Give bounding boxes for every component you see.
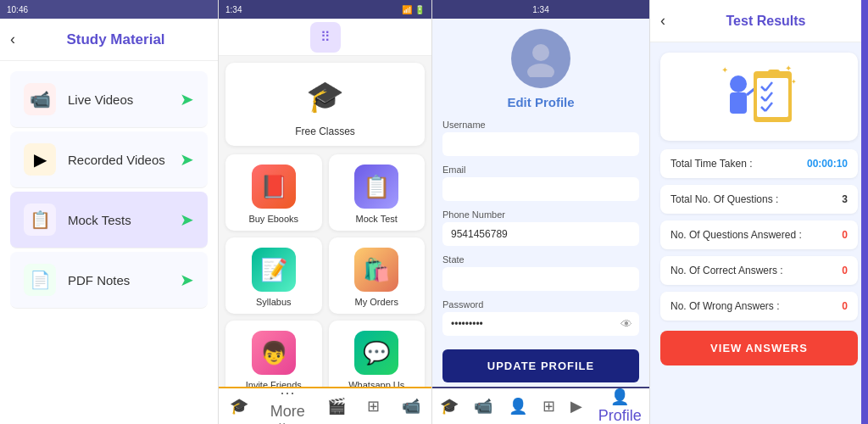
p3-bottom-profile[interactable]: 👤	[509, 397, 527, 416]
view-answers-button[interactable]: VIEW ANSWERS	[660, 331, 858, 365]
back-button-4[interactable]: ‹	[660, 12, 665, 30]
state-label: State	[442, 254, 639, 265]
state-input[interactable]	[442, 267, 639, 291]
menu-item-pdf-notes[interactable]: 📄 PDF Notes ➤	[10, 252, 208, 309]
menu-item-live-videos[interactable]: 📹 Live Videos ➤	[10, 71, 208, 128]
side-indicator	[861, 0, 868, 424]
free-classes-illustration: 🎓	[296, 71, 355, 122]
bottom-grid[interactable]: ⊞	[367, 397, 380, 416]
svg-text:✦: ✦	[791, 78, 797, 86]
result-time-row: Total Time Taken : 00:00:10	[660, 149, 858, 178]
password-input[interactable]	[442, 312, 639, 336]
p3-bottom-profile2[interactable]: 👤Profile	[598, 388, 642, 425]
update-profile-button[interactable]: UPDATE PROFILE	[442, 349, 639, 382]
edit-profile-panel: 1:34 Edit Profile Username Email Phone N…	[432, 0, 650, 424]
email-field: Email	[442, 165, 639, 201]
recorded-videos-icon: ▶	[24, 143, 56, 176]
edit-profile-title: Edit Profile	[442, 95, 639, 109]
panel2-bottombar: 🎓 ⋯MoreMore 🎬 ⊞ 📹	[219, 387, 431, 424]
syllabus-label: Syllabus	[232, 297, 315, 307]
app-grid: 📕 Buy Ebooks 📋 Mock Test 📝 Syllabus 🛍️ M…	[225, 154, 425, 387]
whatsapp-icon: 💬	[354, 331, 398, 375]
status-bar-3: 1:34	[432, 0, 649, 19]
time-3: 1:34	[532, 5, 548, 14]
buy-ebooks-cell[interactable]: 📕 Buy Ebooks	[225, 154, 322, 231]
mock-test-cell[interactable]: 📋 Mock Test	[329, 154, 426, 231]
svg-point-2	[730, 75, 747, 92]
phone-field: Phone Number	[442, 209, 639, 246]
svg-text:✦: ✦	[785, 64, 792, 73]
p3-bottom-home[interactable]: 🎓	[440, 397, 459, 416]
results-illustration: ✦ ✦ ✦	[721, 63, 798, 131]
correct-value: 0	[842, 265, 848, 276]
free-classes-banner[interactable]: 🎓 Free Classes	[225, 63, 425, 146]
time-value: 00:00:10	[807, 158, 848, 170]
invite-friends-icon: 👦	[252, 331, 296, 375]
free-classes-label: Free Classes	[234, 126, 416, 137]
result-total-q-row: Total No. Of Questions : 3	[660, 185, 858, 214]
bottom-play[interactable]: 📹	[402, 397, 420, 416]
panel4-content: ✦ ✦ ✦ Total Time Taken : 00:00:10 Total …	[650, 42, 868, 424]
answered-label: No. Of Questions Answered :	[670, 229, 842, 241]
whatsapp-us-label: Whatsapp Us	[336, 380, 419, 387]
arrow-pdf: ➤	[180, 270, 194, 290]
mock-tests-icon: 📋	[24, 204, 56, 236]
mock-test-icon: 📋	[354, 165, 398, 209]
bottom-home[interactable]: 🎓	[230, 397, 248, 416]
time-2: 1:34	[225, 5, 242, 14]
phone-input[interactable]	[442, 222, 639, 246]
svg-point-1	[527, 64, 554, 77]
panel3-content: Edit Profile Username Email Phone Number…	[432, 19, 649, 387]
my-orders-label: My Orders	[336, 297, 419, 307]
p3-bottom-play[interactable]: ▶	[570, 397, 582, 416]
my-orders-icon: 🛍️	[354, 248, 398, 292]
syllabus-icon: 📝	[252, 248, 296, 292]
email-label: Email	[442, 165, 639, 175]
live-videos-label: Live Videos	[68, 92, 180, 107]
email-input[interactable]	[442, 177, 639, 201]
invite-friends-cell[interactable]: 👦 Invite Friends	[225, 321, 322, 387]
svg-point-0	[532, 44, 549, 61]
syllabus-cell[interactable]: 📝 Syllabus	[225, 237, 322, 314]
result-correct-row: No. Of Correct Answers : 0	[660, 256, 858, 285]
recorded-videos-label: Recorded Videos	[68, 153, 180, 167]
study-material-title: Study Material	[24, 31, 208, 48]
panel3-bottombar: 🎓 📹 👤 ⊞ ▶ 👤Profile	[432, 387, 649, 424]
arrow-live: ➤	[180, 89, 194, 109]
time-1: 10:46	[7, 5, 28, 14]
grid-menu-icon[interactable]: ⠿	[310, 22, 341, 53]
username-input[interactable]	[442, 132, 639, 156]
result-answered-row: No. Of Questions Answered : 0	[660, 220, 858, 249]
test-results-header: ‹ Test Results	[650, 0, 868, 42]
total-q-label: Total No. Of Questions :	[670, 193, 842, 205]
p3-bottom-grid[interactable]: ⊞	[542, 397, 555, 416]
wrong-value: 0	[842, 300, 848, 312]
results-banner: ✦ ✦ ✦	[660, 53, 858, 141]
eye-icon[interactable]: 👁	[620, 317, 632, 331]
pdf-notes-icon: 📄	[24, 264, 56, 296]
bottom-videos[interactable]: 🎬	[327, 397, 346, 416]
profile-label: Profile	[598, 407, 642, 425]
back-button-1[interactable]: ‹	[10, 31, 15, 48]
p3-bottom-videos[interactable]: 📹	[474, 397, 492, 416]
test-results-panel: ‹ Test Results	[650, 0, 868, 424]
menu-item-mock-tests[interactable]: 📋 Mock Tests ➤	[10, 192, 208, 248]
test-results-title: Test Results	[674, 14, 858, 29]
arrow-mock: ➤	[180, 209, 194, 230]
avatar	[511, 29, 570, 88]
menu-item-recorded-videos[interactable]: ▶ Recorded Videos ➤	[10, 131, 208, 188]
my-orders-cell[interactable]: 🛍️ My Orders	[329, 237, 426, 314]
bottom-more[interactable]: ⋯MoreMore	[270, 383, 305, 425]
whatsapp-us-cell[interactable]: 💬 Whatsapp Us	[329, 321, 426, 387]
correct-label: No. Of Correct Answers :	[670, 265, 842, 276]
svg-text:✦: ✦	[721, 65, 728, 75]
password-label: Password	[442, 299, 639, 310]
menu-list: 📹 Live Videos ➤ ▶ Recorded Videos ➤ 📋 Mo…	[0, 61, 218, 424]
username-label: Username	[442, 120, 639, 130]
username-field: Username	[442, 120, 639, 156]
study-material-panel: 10:46 ‹ Study Material 📹 Live Videos ➤ ▶…	[0, 0, 219, 424]
svg-rect-3	[730, 92, 747, 114]
panel2-content: 🎓 Free Classes 📕 Buy Ebooks 📋 Mock Test …	[219, 56, 431, 387]
result-wrong-row: No. Of Wrong Answers : 0	[660, 292, 858, 321]
mock-tests-label: Mock Tests	[68, 213, 180, 227]
